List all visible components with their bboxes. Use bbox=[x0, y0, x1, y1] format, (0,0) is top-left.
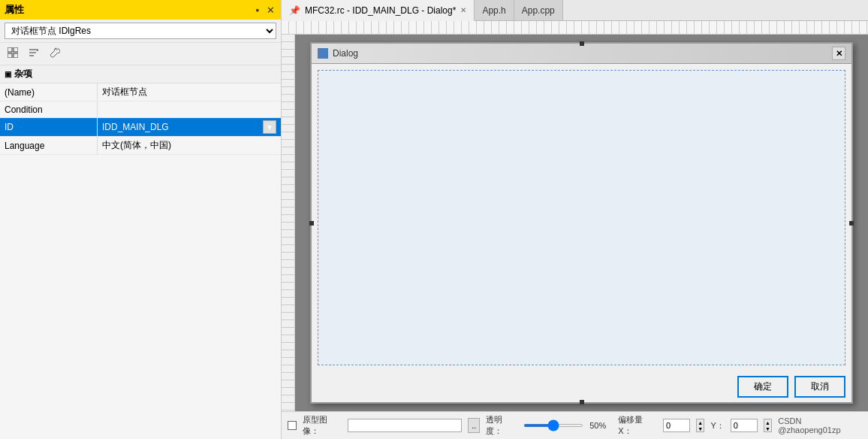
prop-name-label: (Name) bbox=[0, 83, 98, 101]
offset-y-up-arrow[interactable]: ▲ bbox=[764, 420, 772, 425]
tab-dialog-label: MFC32.rc - IDD_MAIN_DLG - Dialog* bbox=[305, 5, 456, 16]
svg-rect-0 bbox=[8, 47, 12, 52]
prop-language-label: Language bbox=[0, 137, 98, 154]
dialog-footer: 确定 取消 bbox=[312, 371, 851, 402]
prop-row-language: Language 中文(简体，中国) bbox=[0, 137, 281, 155]
tab-apph-label: App.h bbox=[482, 5, 505, 16]
prototype-label: 原型图像： bbox=[303, 414, 342, 437]
sort-button[interactable] bbox=[26, 45, 42, 62]
offset-x-label: 偏移量 X： bbox=[618, 414, 657, 437]
dialog-close-button[interactable]: ✕ bbox=[832, 47, 845, 60]
svg-rect-1 bbox=[14, 47, 18, 52]
properties-title-actions: ▪ ✕ bbox=[254, 5, 276, 16]
pin-button[interactable]: ▪ bbox=[254, 5, 261, 16]
transparency-percent: 50% bbox=[589, 421, 612, 430]
sort-icon bbox=[29, 47, 39, 58]
left-ruler bbox=[282, 35, 295, 411]
properties-titlebar: 属性 ▪ ✕ bbox=[0, 0, 281, 20]
offset-y-input[interactable] bbox=[731, 419, 758, 432]
resize-handle-top[interactable] bbox=[580, 41, 584, 46]
prop-id-dropdown-button[interactable]: ▼ bbox=[263, 120, 276, 134]
properties-panel: 属性 ▪ ✕ 对话框节点 IDlgRes bbox=[0, 0, 282, 439]
prop-row-condition: Condition bbox=[0, 101, 281, 118]
cancel-button[interactable]: 取消 bbox=[794, 376, 845, 398]
wrench-icon bbox=[50, 47, 60, 58]
tab-appcpp-label: App.cpp bbox=[522, 5, 555, 16]
dialog-title-left: Dialog bbox=[318, 48, 358, 59]
resize-handle-bottom[interactable] bbox=[580, 400, 584, 404]
tab-dialog-close[interactable]: ✕ bbox=[460, 6, 466, 14]
prop-value-language: 中文(简体，中国) bbox=[98, 137, 281, 154]
dialog-window[interactable]: Dialog ✕ 确定 取消 bbox=[310, 42, 853, 404]
dialog-titlebar: Dialog ✕ bbox=[312, 44, 851, 64]
editor-panel: 📌 MFC32.rc - IDD_MAIN_DLG - Dialog* ✕ Ap… bbox=[282, 0, 868, 439]
prop-value-condition[interactable] bbox=[98, 101, 281, 117]
dialog-content-area bbox=[318, 70, 845, 365]
browse-button[interactable]: .. bbox=[468, 418, 480, 433]
editor-canvas: Dialog ✕ 确定 取消 bbox=[295, 35, 868, 411]
dialog-app-icon bbox=[318, 48, 328, 59]
offset-x-up-arrow[interactable]: ▲ bbox=[697, 420, 704, 425]
properties-table: ▣ 杂项 (Name) 对话框节点 Condition ID IDD_MAIN_… bbox=[0, 65, 281, 439]
offset-y-spin[interactable]: ▲ ▼ bbox=[764, 419, 773, 432]
prop-condition-label: Condition bbox=[0, 101, 98, 117]
svg-rect-2 bbox=[8, 53, 12, 58]
transparency-slider[interactable] bbox=[523, 424, 583, 427]
tab-dialog-pin-icon: 📌 bbox=[289, 5, 300, 16]
prototype-checkbox[interactable] bbox=[288, 421, 297, 430]
properties-dropdown-row: 对话框节点 IDlgRes bbox=[0, 20, 281, 43]
svg-rect-3 bbox=[14, 53, 18, 58]
offset-y-label: Y： bbox=[710, 420, 724, 431]
section-header-misc: ▣ 杂项 bbox=[0, 65, 281, 83]
editor-statusbar: 原型图像： .. 透明度： 50% 偏移量 X： ▲ ▼ Y： ▲ ▼ CSDN… bbox=[282, 411, 868, 439]
close-properties-button[interactable]: ✕ bbox=[265, 5, 276, 16]
dialog-title-text: Dialog bbox=[333, 48, 358, 59]
grid-view-button[interactable] bbox=[5, 45, 21, 62]
properties-title: 属性 bbox=[5, 3, 24, 17]
prop-value-id: IDD_MAIN_DLG ▼ bbox=[98, 118, 281, 136]
offset-y-down-arrow[interactable]: ▼ bbox=[764, 426, 772, 431]
properties-dropdown[interactable]: 对话框节点 IDlgRes bbox=[5, 23, 276, 39]
prop-row-id[interactable]: ID IDD_MAIN_DLG ▼ bbox=[0, 118, 281, 137]
tab-bar: 📌 MFC32.rc - IDD_MAIN_DLG - Dialog* ✕ Ap… bbox=[282, 0, 868, 21]
offset-x-spin[interactable]: ▲ ▼ bbox=[696, 419, 705, 432]
ok-button[interactable]: 确定 bbox=[737, 376, 788, 398]
tab-appcpp[interactable]: App.cpp bbox=[514, 0, 563, 20]
section-title: 杂项 bbox=[14, 68, 32, 80]
grid-icon bbox=[8, 47, 18, 58]
properties-toolbar bbox=[0, 43, 281, 65]
prop-row-name: (Name) 对话框节点 bbox=[0, 83, 281, 101]
tab-apph[interactable]: App.h bbox=[475, 0, 514, 20]
watermark-text: CSDN @zhaopeng01zp bbox=[778, 416, 862, 434]
tab-dialog[interactable]: 📌 MFC32.rc - IDD_MAIN_DLG - Dialog* ✕ bbox=[282, 0, 475, 21]
section-collapse-icon[interactable]: ▣ bbox=[5, 70, 11, 78]
prototype-input[interactable] bbox=[348, 419, 462, 432]
top-ruler bbox=[282, 21, 868, 35]
prop-id-label: ID bbox=[0, 118, 98, 136]
transparency-label: 透明度： bbox=[486, 414, 517, 437]
editor-main: Dialog ✕ 确定 取消 bbox=[282, 35, 868, 411]
dialog-body[interactable] bbox=[312, 64, 851, 371]
wrench-button[interactable] bbox=[47, 45, 63, 62]
ruler-canvas bbox=[282, 21, 868, 34]
prop-value-name: 对话框节点 bbox=[98, 83, 281, 101]
offset-x-down-arrow[interactable]: ▼ bbox=[697, 426, 704, 431]
offset-x-input[interactable] bbox=[663, 419, 690, 432]
